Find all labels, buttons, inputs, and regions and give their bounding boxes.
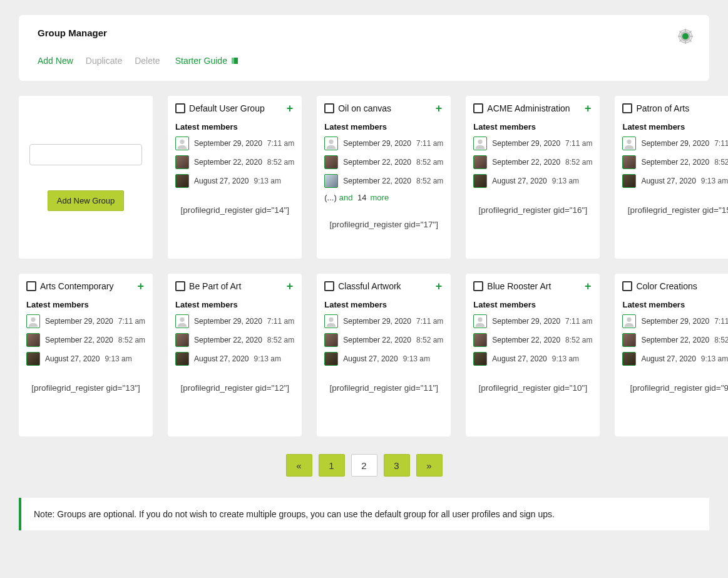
avatar[interactable]: [324, 155, 338, 169]
avatar[interactable]: [622, 174, 636, 188]
group-checkbox[interactable]: [26, 281, 36, 291]
group-checkbox[interactable]: [175, 103, 185, 113]
avatar[interactable]: [622, 155, 636, 169]
group-card: Classful Artwork+Latest membersSeptember…: [317, 274, 451, 436]
avatar[interactable]: [175, 333, 189, 347]
member-date: August 27, 2020: [492, 177, 546, 185]
group-checkbox[interactable]: [622, 103, 632, 113]
svg-rect-4: [685, 41, 686, 44]
group-card: Default User Group+Latest membersSeptemb…: [168, 96, 302, 259]
avatar[interactable]: [175, 174, 189, 188]
delete-link: Delete: [135, 56, 160, 66]
group-checkbox[interactable]: [175, 281, 185, 291]
add-new-group-button[interactable]: Add New Group: [48, 190, 125, 211]
avatar[interactable]: [324, 352, 338, 366]
header-card: Group Manager Add New Duplicate Delete S…: [19, 15, 709, 81]
avatar[interactable]: [473, 155, 487, 169]
member-time: 7:11 am: [267, 317, 294, 326]
member-time: 7:11 am: [267, 139, 294, 148]
member-row: September 29, 20207:11 am: [324, 314, 443, 328]
add-member-icon[interactable]: +: [285, 282, 295, 291]
settings-gear-button[interactable]: [678, 29, 693, 46]
member-row: September 22, 20208:52 am: [324, 333, 443, 347]
avatar[interactable]: [622, 333, 636, 347]
group-checkbox[interactable]: [473, 281, 483, 291]
avatar[interactable]: [26, 333, 40, 347]
add-member-icon[interactable]: +: [434, 104, 444, 113]
add-member-icon[interactable]: +: [285, 104, 295, 113]
group-checkbox[interactable]: [622, 281, 632, 291]
avatar[interactable]: [26, 352, 40, 366]
starter-guide-link[interactable]: Starter Guide: [175, 56, 238, 66]
group-title[interactable]: Blue Rooster Art: [487, 281, 580, 291]
header-actions: Add New Duplicate Delete Starter Guide: [38, 56, 690, 66]
group-title[interactable]: ACME Administration: [487, 103, 580, 113]
shortcode-text: [profilegrid_register gid="16"]: [473, 188, 592, 215]
avatar[interactable]: [324, 174, 338, 188]
member-date: August 27, 2020: [45, 354, 100, 363]
avatar[interactable]: [473, 333, 487, 347]
group-title[interactable]: Default User Group: [189, 103, 282, 113]
add-member-icon[interactable]: +: [583, 104, 593, 113]
pagination-prev[interactable]: «: [286, 454, 312, 477]
group-title[interactable]: Oil on canvas: [338, 103, 431, 113]
avatar[interactable]: [622, 314, 636, 328]
shortcode-text: [profilegrid_register gid="10"]: [473, 366, 592, 393]
member-row: September 22, 20208:52 am: [26, 333, 145, 347]
member-date: September 22, 2020: [343, 158, 411, 167]
pagination-next[interactable]: »: [416, 454, 443, 477]
group-checkbox[interactable]: [324, 281, 334, 291]
add-member-icon[interactable]: +: [434, 282, 444, 291]
avatar[interactable]: [175, 137, 189, 150]
member-date: September 29, 2020: [194, 139, 262, 148]
avatar[interactable]: [324, 137, 338, 150]
group-card: Blue Rooster Art+Latest membersSeptember…: [466, 274, 600, 436]
group-checkbox[interactable]: [324, 103, 334, 113]
member-date: August 27, 2020: [492, 354, 546, 363]
more-link[interactable]: more: [371, 193, 389, 202]
group-title[interactable]: Arts Contemporary: [40, 281, 133, 291]
pagination-page-2[interactable]: 2: [351, 454, 377, 477]
group-title[interactable]: Be Part of Art: [189, 281, 282, 291]
add-member-icon[interactable]: +: [583, 282, 593, 291]
avatar[interactable]: [175, 352, 189, 366]
group-title[interactable]: Color Creations: [636, 281, 728, 291]
avatar[interactable]: [473, 174, 487, 188]
member-date: September 22, 2020: [492, 336, 560, 344]
new-group-name-input[interactable]: [29, 144, 142, 165]
gear-icon: [678, 29, 693, 44]
shortcode-text: [profilegrid_register gid="15"]: [622, 188, 728, 215]
member-date: September 29, 2020: [492, 317, 560, 326]
member-date: September 29, 2020: [641, 317, 709, 326]
member-date: September 29, 2020: [343, 317, 411, 326]
add-member-icon[interactable]: +: [136, 282, 146, 291]
pagination-page-3[interactable]: 3: [384, 454, 410, 477]
svg-point-20: [627, 317, 632, 322]
avatar[interactable]: [324, 333, 338, 347]
group-title[interactable]: Patron of Arts: [636, 103, 728, 113]
member-time: 7:11 am: [565, 317, 592, 326]
avatar[interactable]: [473, 352, 487, 366]
member-row: September 29, 20207:11 am: [473, 137, 592, 150]
avatar[interactable]: [622, 137, 636, 150]
group-checkbox[interactable]: [473, 103, 483, 113]
avatar[interactable]: [473, 314, 487, 328]
member-time: 9:13 am: [552, 354, 579, 363]
member-date: August 27, 2020: [641, 354, 695, 363]
member-time: 8:52 am: [416, 336, 443, 344]
latest-members-label: Latest members: [175, 122, 294, 132]
avatar[interactable]: [622, 352, 636, 366]
avatar[interactable]: [175, 155, 189, 169]
pagination-page-1[interactable]: 1: [319, 454, 345, 477]
add-new-link[interactable]: Add New: [38, 56, 73, 66]
avatar[interactable]: [473, 137, 487, 150]
member-time: 9:13 am: [105, 354, 131, 363]
member-time: 7:11 am: [714, 317, 728, 326]
group-title[interactable]: Classful Artwork: [338, 281, 431, 291]
avatar[interactable]: [26, 314, 40, 328]
book-icon: [231, 57, 238, 65]
avatar[interactable]: [175, 314, 189, 328]
member-time: 8:52 am: [267, 158, 294, 167]
avatar[interactable]: [324, 314, 338, 328]
more-count: 14: [357, 193, 366, 202]
